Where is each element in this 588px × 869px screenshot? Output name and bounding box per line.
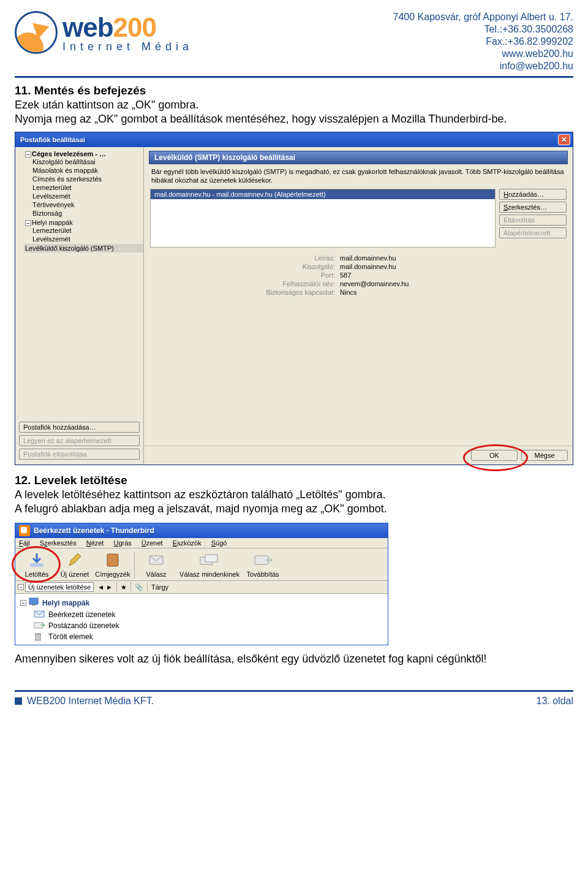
tb-subtoolbar: − Új üzenetek letöltése ◄ ► ★ 📎 Tárgy bbox=[15, 581, 388, 594]
logo-text-2: 200 bbox=[113, 12, 156, 42]
trash-icon bbox=[34, 632, 45, 641]
section-12-p2: A felugró ablakban adja meg a jelszavát,… bbox=[15, 503, 573, 515]
thunderbird-icon bbox=[19, 525, 30, 536]
svg-rect-4 bbox=[205, 555, 217, 562]
account-tree[interactable]: −Céges levelezésem - … Kiszolgáló beállí… bbox=[15, 150, 143, 252]
book-icon bbox=[102, 551, 124, 569]
outbox-icon bbox=[34, 621, 45, 630]
tree-item[interactable]: Biztonság bbox=[31, 209, 142, 218]
tb-folder-tree[interactable]: − Helyi mappák Beérkezett üzenetek Postá… bbox=[15, 594, 388, 645]
folder-inbox[interactable]: Beérkezett üzenetek bbox=[31, 609, 388, 620]
folder-outbox[interactable]: Postázandó üzenetek bbox=[31, 620, 388, 631]
section-12-title: 12. Levelek letöltése bbox=[15, 474, 573, 487]
section-12-p1: A levelek letöltéséhez kattintson az esz… bbox=[15, 488, 573, 501]
new-message-button[interactable]: Új üzenet bbox=[56, 550, 94, 580]
nav-arrows[interactable]: ◄ ► bbox=[97, 583, 113, 591]
menu-view[interactable]: Nézet bbox=[86, 539, 104, 547]
addressbook-button[interactable]: Címjegyzék bbox=[94, 550, 132, 580]
subject-column[interactable]: Tárgy bbox=[151, 583, 168, 591]
reply-icon bbox=[145, 551, 167, 569]
ok-button[interactable]: OK bbox=[471, 450, 518, 461]
dialog-title: Postafiók beállításai bbox=[20, 136, 85, 143]
tree-account-root[interactable]: Céges levelezésem - … bbox=[32, 150, 106, 157]
dialog-titlebar[interactable]: Postafiók beállításai ✕ bbox=[15, 132, 573, 147]
smtp-default-button: Alapértelmezett bbox=[499, 227, 567, 238]
folder-trash[interactable]: Törölt elemek bbox=[31, 631, 388, 642]
close-icon[interactable]: ✕ bbox=[558, 134, 570, 145]
smtp-help-text: Bár egynél több levélküldő kiszolgáló (S… bbox=[144, 167, 573, 189]
svg-rect-1 bbox=[107, 554, 118, 566]
tb-toolbar: Letöltés Új üzenet Címjegyzék Válasz Vál… bbox=[15, 548, 388, 581]
contact-line: info@web200.hu bbox=[393, 60, 573, 72]
tree-local-root[interactable]: Helyi mappák bbox=[32, 219, 73, 226]
smtp-list-item[interactable]: mail.domainnev.hu - mail.domainnev.hu (A… bbox=[151, 189, 495, 199]
download-new-link[interactable]: Új üzenetek letöltése bbox=[25, 582, 94, 592]
cancel-button[interactable]: Mégse bbox=[521, 450, 568, 461]
smtp-edit-button[interactable]: Szerkesztés… bbox=[499, 202, 567, 213]
smtp-add-button[interactable]: Hozzáadás… bbox=[499, 189, 567, 200]
menu-tools[interactable]: Eszközök bbox=[173, 539, 202, 547]
logo-mark-icon bbox=[15, 11, 58, 54]
contact-line: 7400 Kaposvár, gróf Apponyi Albert u. 17… bbox=[393, 11, 573, 23]
tb-title: Beérkezett üzenetek - Thunderbird bbox=[34, 526, 154, 535]
tree-item[interactable]: Levélszemét bbox=[31, 235, 142, 243]
forward-button[interactable]: Továbbítás bbox=[244, 550, 282, 580]
smtp-details: Leírás:mail.domainnev.hu Kiszolgáló:mail… bbox=[144, 248, 573, 303]
smtp-server-list[interactable]: mail.domainnev.hu - mail.domainnev.hu (A… bbox=[150, 189, 496, 248]
account-settings-dialog: Postafiók beállításai ✕ −Céges levelezés… bbox=[15, 132, 573, 465]
section-11-title: 11. Mentés és befejezés bbox=[15, 84, 573, 97]
inbox-icon bbox=[34, 610, 45, 619]
reply-all-icon bbox=[198, 551, 221, 569]
menu-help[interactable]: Súgó bbox=[211, 539, 227, 547]
tree-item[interactable]: Lemezterület bbox=[31, 183, 142, 192]
closing-text: Amennyiben sikeres volt az új fiók beáll… bbox=[15, 653, 573, 666]
menu-go[interactable]: Ugrás bbox=[113, 539, 131, 547]
menu-message[interactable]: Üzenet bbox=[141, 539, 163, 547]
footer-page-number: 13. oldal bbox=[537, 696, 574, 707]
star-icon[interactable]: ★ bbox=[121, 583, 127, 591]
monitor-icon bbox=[29, 598, 40, 608]
tree-item-smtp[interactable]: Levélküldő kiszolgáló (SMTP) bbox=[24, 244, 143, 252]
contact-block: 7400 Kaposvár, gróf Apponyi Albert u. 17… bbox=[393, 11, 573, 72]
tree-item[interactable]: Levélszemét bbox=[31, 192, 142, 200]
page-header: web200 Internet Média 7400 Kaposvár, gró… bbox=[15, 11, 573, 72]
section-11-p2: Nyomja meg az „OK" gombot a beállítások … bbox=[15, 113, 573, 126]
tree-item[interactable]: Tértivevények bbox=[31, 200, 142, 209]
menu-file[interactable]: Fájl bbox=[19, 539, 30, 547]
footer-company: WEB200 Internet Média KFT. bbox=[27, 696, 154, 707]
download-icon bbox=[26, 551, 48, 569]
header-divider bbox=[15, 76, 573, 78]
tree-item[interactable]: Másolatok és mappák bbox=[31, 166, 142, 175]
add-account-button[interactable]: Postafiók hozzáadása… bbox=[19, 422, 140, 433]
pencil-icon bbox=[64, 551, 86, 569]
svg-rect-7 bbox=[32, 604, 36, 605]
remove-account-button: Postafiók eltávolítása bbox=[19, 449, 140, 460]
menu-edit[interactable]: Szerkesztés bbox=[40, 539, 77, 547]
page-footer: WEB200 Internet Média KFT. 13. oldal bbox=[15, 696, 573, 715]
logo-text: web bbox=[62, 12, 113, 42]
thunderbird-window: Beérkezett üzenetek - Thunderbird Fájl S… bbox=[15, 523, 388, 645]
tb-titlebar[interactable]: Beérkezett üzenetek - Thunderbird bbox=[15, 523, 388, 538]
svg-rect-10 bbox=[36, 634, 40, 640]
tree-item[interactable]: Címzés és szerkesztés bbox=[31, 175, 142, 183]
footer-square-icon bbox=[15, 697, 22, 705]
tb-menubar[interactable]: Fájl Szerkesztés Nézet Ugrás Üzenet Eszk… bbox=[15, 538, 388, 548]
contact-line: www.web200.hu bbox=[393, 48, 573, 60]
footer-divider bbox=[15, 690, 573, 692]
set-default-account-button: Legyen ez az alapértelmezett bbox=[19, 435, 140, 446]
smtp-remove-button: Eltávolítás bbox=[499, 214, 567, 226]
tree-item[interactable]: Kiszolgáló beállításai bbox=[31, 157, 142, 166]
forward-icon bbox=[252, 551, 274, 569]
reply-all-button[interactable]: Válasz mindenkinek bbox=[175, 550, 244, 580]
logo-subtitle: Internet Média bbox=[62, 40, 193, 53]
contact-line: Tel.:+36.30.3500268 bbox=[393, 23, 573, 36]
logo: web200 Internet Média bbox=[15, 11, 193, 54]
svg-rect-11 bbox=[35, 633, 41, 634]
svg-rect-6 bbox=[29, 598, 38, 604]
attachment-icon[interactable]: 📎 bbox=[135, 583, 143, 591]
contact-line: Fax.:+36.82.999202 bbox=[393, 36, 573, 48]
reply-button[interactable]: Válasz bbox=[137, 550, 175, 580]
svg-rect-0 bbox=[30, 563, 43, 567]
tree-item[interactable]: Lemezterület bbox=[31, 226, 142, 235]
download-button[interactable]: Letöltés bbox=[18, 550, 56, 580]
